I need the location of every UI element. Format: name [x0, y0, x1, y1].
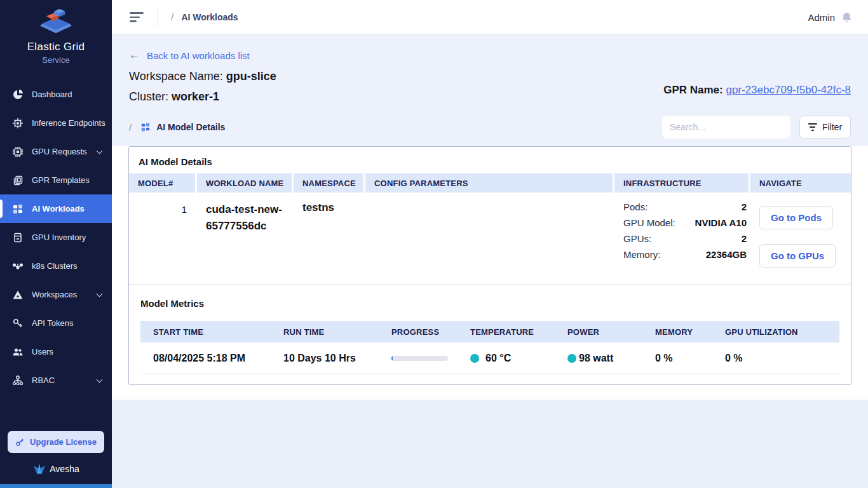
sidebar-menu: Dashboard Inference Endpoints GPU Reques… — [0, 80, 112, 424]
gpr-name-link[interactable]: gpr-23ebc709-f5b0-42fc-8 — [726, 84, 851, 96]
workload-name: cuda-test-new-65777556dc — [197, 201, 294, 234]
sidebar-item-gpr-templates[interactable]: GPR Templates — [0, 166, 112, 194]
model-number: 1 — [129, 201, 197, 215]
start-time-value: 08/04/2025 5:18 PM — [140, 353, 283, 364]
temperature-cell: 60 °C — [470, 353, 567, 364]
namespace-value: testns — [294, 201, 365, 214]
go-to-pods-button[interactable]: Go to Pods — [759, 206, 833, 229]
temperature-status-dot — [470, 354, 479, 363]
sidebar-item-label: Workspaces — [32, 290, 77, 299]
grid-icon — [12, 203, 24, 215]
bell-icon[interactable] — [841, 11, 853, 24]
cpu-icon — [12, 146, 24, 158]
filter-button[interactable]: Filter — [799, 116, 851, 139]
key-icon — [12, 318, 24, 329]
sidebar-item-label: k8s Clusters — [32, 261, 78, 271]
search-input[interactable] — [662, 116, 790, 139]
sidebar-item-api-tokens[interactable]: API Tokens — [0, 309, 112, 337]
model-details-card: AI Model Details MODEL# WORKLOAD NAME NA… — [128, 146, 851, 385]
model-details-breadcrumb: AI Model Details — [140, 122, 225, 132]
sidebar-item-label: AI Workloads — [32, 204, 85, 214]
sidebar-item-label: Dashboard — [32, 90, 72, 99]
back-arrow-icon: ← — [129, 49, 140, 62]
gpus-label: GPUs: — [623, 233, 651, 244]
progress-bar — [391, 356, 448, 361]
sidebar-item-label: Inference Endpoints — [32, 118, 105, 128]
app-title: Elastic Grid — [0, 41, 112, 53]
avesha-brand: Avesha — [0, 458, 112, 484]
metrics-table-header: START TIME RUN TIME PROGRESS TEMPERATURE… — [140, 321, 839, 342]
metrics-row: 08/04/2025 5:18 PM 10 Days 10 Hrs 60 °C — [140, 342, 839, 374]
model-metrics-title: Model Metrics — [140, 298, 839, 309]
column-header-run-time: RUN TIME — [283, 327, 391, 337]
column-header-workload-name: WORKLOAD NAME — [197, 173, 294, 193]
model-details-breadcrumb-label: AI Model Details — [156, 122, 225, 132]
temperature-value: 60 °C — [485, 353, 511, 364]
gpu-model-label: GPU Model: — [623, 217, 675, 228]
sidebar-item-users[interactable]: Users — [0, 337, 112, 366]
model-table-title: AI Model Details — [129, 147, 851, 173]
sidebar-item-gpu-requests[interactable]: GPU Requests — [0, 137, 112, 166]
go-to-gpus-button[interactable]: Go to GPUs — [759, 244, 836, 268]
search-box — [662, 116, 790, 139]
table-row: 1 cuda-test-new-65777556dc testns Pods:2… — [129, 193, 851, 285]
breadcrumb-slash: / — [171, 11, 173, 23]
sidebar-item-rbac[interactable]: RBAC — [0, 366, 112, 395]
column-header-temperature: TEMPERATURE — [470, 327, 567, 337]
power-status-dot — [567, 354, 576, 363]
app-subtitle: Service — [0, 55, 112, 65]
model-table-header: MODEL# WORKLOAD NAME NAMESPACE CONFIG PA… — [129, 173, 851, 193]
page-header: ← Back to AI workloads list Workspace Na… — [112, 35, 868, 146]
main-area: / AI Workloads Admin ← Back to AI worklo… — [112, 0, 868, 488]
sidebar-item-label: API Tokens — [32, 318, 74, 328]
upgrade-license-label: Upgrade License — [30, 437, 97, 447]
column-header-model: MODEL# — [129, 173, 197, 193]
hamburger-menu-icon[interactable] — [130, 12, 144, 22]
chevron-down-icon — [97, 376, 103, 383]
pods-value: 2 — [742, 201, 747, 212]
workspace-name-line: Workspace Name: gpu-slice — [129, 70, 276, 83]
workspace-icon — [12, 289, 24, 301]
users-icon — [12, 346, 24, 358]
filter-icon — [808, 123, 817, 131]
sidebar-item-workspaces[interactable]: Workspaces — [0, 280, 112, 309]
avesha-crown-icon — [32, 463, 46, 474]
memory-percent-value: 0 % — [655, 353, 725, 364]
workspace-value: gpu-slice — [226, 70, 276, 83]
infra-gpus-line: GPUs:2 — [623, 233, 750, 244]
breadcrumb[interactable]: AI Workloads — [181, 12, 238, 22]
navigate-cell: Go to Pods Go to GPUs — [750, 201, 851, 268]
infrastructure-cell: Pods:2 GPU Model:NVIDIA A10 GPUs:2 Memor… — [614, 201, 750, 265]
logo-block: Elastic Grid Service — [0, 0, 112, 71]
sidebar-item-label: GPU Requests — [32, 147, 87, 156]
sidebar-item-inference-endpoints[interactable]: Inference Endpoints — [0, 109, 112, 137]
gpr-name-line: GPR Name: gpr-23ebc709-f5b0-42fc-8 — [663, 84, 851, 97]
topbar-divider — [158, 8, 158, 27]
column-header-infrastructure: INFRASTRUCTURE — [614, 173, 750, 193]
pods-label: Pods: — [623, 201, 648, 212]
sidebar-item-label: Users — [32, 347, 53, 356]
sidebar-item-dashboard[interactable]: Dashboard — [0, 80, 112, 109]
sidebar-item-k8s-clusters[interactable]: k8s Clusters — [0, 252, 112, 280]
toolbar: / AI Model Details Filter — [129, 116, 851, 139]
chip-node-icon — [12, 118, 24, 129]
column-header-progress: PROGRESS — [391, 327, 470, 337]
column-header-start-time: START TIME — [140, 327, 283, 337]
elastic-grid-logo-icon — [37, 9, 74, 38]
key-icon — [15, 437, 25, 447]
sidebar-item-gpu-inventory[interactable]: GPU Inventory — [0, 223, 112, 252]
column-header-power: POWER — [567, 327, 655, 337]
grid-icon — [140, 122, 151, 132]
sidebar-item-label: GPR Templates — [32, 175, 90, 185]
column-header-navigate: NAVIGATE — [750, 173, 851, 193]
cluster-icon — [12, 261, 24, 272]
sidebar-item-ai-workloads[interactable]: AI Workloads — [0, 194, 112, 223]
gpu-model-value: NVIDIA A10 — [695, 217, 747, 228]
cluster-line: Cluster: worker-1 — [129, 90, 276, 104]
infra-pods-line: Pods:2 — [623, 201, 750, 212]
upgrade-license-button[interactable]: Upgrade License — [8, 431, 104, 453]
back-to-workloads-link[interactable]: Back to AI workloads list — [147, 50, 250, 61]
sidebar: Elastic Grid Service Dashboard Inference… — [0, 0, 112, 488]
sidebar-item-label: GPU Inventory — [32, 233, 86, 242]
column-header-namespace: NAMESPACE — [294, 173, 365, 193]
